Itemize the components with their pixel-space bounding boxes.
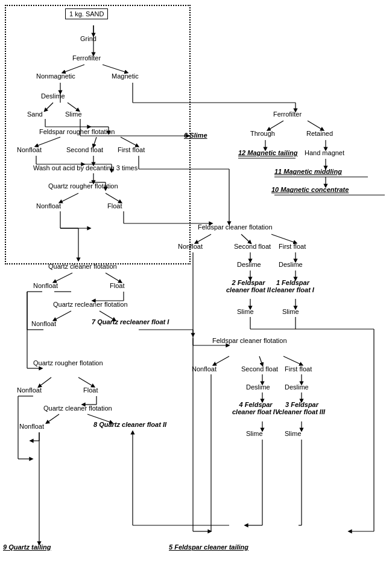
grind-label: Grind <box>80 35 96 42</box>
deslime-fc2a-label: Deslime <box>246 383 270 391</box>
slime-fc1a-label: Slime <box>237 308 254 315</box>
magnetic-tailing12-node: 12 Magnetic tailing <box>238 149 297 156</box>
quartz-recleaner-label: Quartz recleaner flotation <box>53 301 128 308</box>
svg-line-63 <box>196 234 211 243</box>
magnetic-node: Magnetic <box>112 72 139 80</box>
nonmagnetic-node: Nonmagnetic <box>36 72 75 80</box>
nonfloat6-label: Nonfloat <box>19 423 44 430</box>
svg-line-58 <box>308 121 323 130</box>
slime6-node: 6 Slime <box>184 132 207 139</box>
first-float-fc1-label: First float <box>279 243 306 250</box>
deslime1-node: Deslime <box>41 92 65 100</box>
quartz-rougher1-node: Quartz rougher flotation <box>48 182 118 190</box>
grind-node: Grind <box>80 35 96 42</box>
sand-node: 1 kg. SAND <box>65 8 108 19</box>
quartz-recleaner-node: Quartz recleaner flotation <box>53 301 128 308</box>
hand-magnet-label: Hand magnet <box>305 149 344 156</box>
deslime-fc1a-node: Deslime <box>237 261 261 268</box>
nonmagnetic-label: Nonmagnetic <box>36 72 75 80</box>
first-float-fc1-node: First float <box>279 243 306 250</box>
ferrofilter2-node: Ferrofilter <box>273 110 302 118</box>
magnetic-concentrate10-label: 10 Magnetic concentrate <box>271 186 349 193</box>
svg-line-64 <box>241 234 250 243</box>
slime-fc1b-label: Slime <box>282 308 299 315</box>
nonfloat3-label: Nonfloat <box>33 282 58 289</box>
feldspar-cleaner-tailing-label: 5 Feldspar cleaner tailing <box>169 543 248 551</box>
quartz-cleaner-float2-node: 8 Quartz cleaner float II <box>93 421 166 428</box>
svg-line-83 <box>283 356 302 365</box>
nonfloat-fc2-node: Nonfloat <box>192 365 217 373</box>
float1-node: Float <box>107 202 122 210</box>
nonfloat5-node: Nonfloat <box>17 386 42 394</box>
nonfloat5-label: Nonfloat <box>17 386 42 394</box>
svg-line-31 <box>54 273 72 282</box>
nonfloat2-label: Nonfloat <box>36 202 61 210</box>
svg-line-51 <box>47 414 59 423</box>
feldspar-rougher-node: Feldspar rougher flotation <box>39 128 115 135</box>
feldspar-cleaner-float2-label: 2 Feldspar cleaner float II <box>226 279 271 293</box>
quartz-tailing-label: 9 Quartz tailing <box>3 543 51 551</box>
feldspar-cleaner-float2-node: 2 Feldspar cleaner float II <box>226 279 271 293</box>
ferrofilter1-node: Ferrofilter <box>72 54 101 62</box>
slime-fc2a-label: Slime <box>246 430 263 437</box>
quartz-cleaner-float2-label: 8 Quartz cleaner float II <box>93 421 166 428</box>
flow-diagram: 1 kg. SAND Grind Ferrofilter Nonmagnetic… <box>0 0 392 570</box>
svg-line-65 <box>271 234 296 243</box>
magnetic-middling11-node: 11 Magnetic middling <box>274 168 342 175</box>
float1-label: Float <box>107 202 122 210</box>
nonfloat1-label: Nonfloat <box>17 146 42 153</box>
ferrofilter1-label: Ferrofilter <box>72 54 101 62</box>
through-node: Through <box>250 130 275 137</box>
quartz-rougher2-node: Quartz rougher flotation <box>33 359 103 367</box>
feldspar-cleaner-float3-node: 3 Feldspar cleaner float III <box>279 401 325 415</box>
sand-label: 1 kg. SAND <box>65 8 108 19</box>
first-float1-label: First float <box>118 146 145 153</box>
deslime1-label: Deslime <box>41 92 65 100</box>
second-float-fc1-label: Second float <box>234 243 271 250</box>
quartz-rougher2-label: Quartz rougher flotation <box>33 359 103 367</box>
nonfloat6-node: Nonfloat <box>19 423 44 430</box>
feldspar-cleaner-flot1-node: Feldspar cleaner flotation <box>198 223 273 231</box>
second-float1-node: Second float <box>66 146 103 153</box>
nonfloat4-node: Nonfloat <box>31 320 56 327</box>
feldspar-cleaner-float1-node: 1 Feldspar cleaner float I <box>271 279 314 293</box>
deslime-fc2b-label: Deslime <box>285 383 309 391</box>
magnetic-label: Magnetic <box>112 72 139 80</box>
slime-fc1b-node: Slime <box>282 308 299 315</box>
quartz-cleaner2-label: Quartz cleaner flotation <box>43 405 112 412</box>
slime6-label: 6 Slime <box>184 132 207 139</box>
second-float-fc2-node: Second float <box>241 365 278 373</box>
slime-fc2b-label: Slime <box>285 430 302 437</box>
float2-node: Float <box>110 282 124 289</box>
second-float-fc1-node: Second float <box>234 243 271 250</box>
first-float-fc2-label: First float <box>285 365 312 373</box>
quartz-tailing-node: 9 Quartz tailing <box>3 543 51 551</box>
sand-out-label: Sand <box>27 110 43 118</box>
deslime-fc2a-node: Deslime <box>246 383 270 391</box>
nonfloat-fc1-label: Nonfloat <box>178 243 203 250</box>
slime-out-label: Slime <box>65 110 82 118</box>
second-float-fc2-label: Second float <box>241 365 278 373</box>
deslime-fc2b-node: Deslime <box>285 383 309 391</box>
svg-line-82 <box>259 356 262 365</box>
nonfloat1-node: Nonfloat <box>17 146 42 153</box>
feldspar-cleaner-tailing-node: 5 Feldspar cleaner tailing <box>169 543 248 551</box>
float3-node: Float <box>83 386 98 394</box>
magnetic-tailing12-label: 12 Magnetic tailing <box>238 149 297 156</box>
retained-label: Retained <box>306 130 333 137</box>
slime-fc2b-node: Slime <box>285 430 302 437</box>
wash-acid-node: Wash out acid by decanting 3 times <box>33 164 138 171</box>
feldspar-cleaner-flot2-label: Feldspar cleaner flotation <box>212 337 287 344</box>
feldspar-cleaner-flot1-label: Feldspar cleaner flotation <box>198 223 273 231</box>
feldspar-cleaner-float1-label: 1 Feldspar cleaner float I <box>271 279 314 293</box>
quartz-recleaner-float-node: 7 Quartz recleaner float I <box>92 318 169 325</box>
sand-out-node: Sand <box>27 110 43 118</box>
retained-node: Retained <box>306 130 333 137</box>
nonfloat-fc1-node: Nonfloat <box>178 243 203 250</box>
nonfloat3-node: Nonfloat <box>33 282 58 289</box>
svg-line-81 <box>214 356 229 365</box>
float2-label: Float <box>110 282 124 289</box>
deslime-fc1a-label: Deslime <box>237 261 261 268</box>
slime-out-node: Slime <box>65 110 82 118</box>
deslime-fc1b-node: Deslime <box>279 261 303 268</box>
